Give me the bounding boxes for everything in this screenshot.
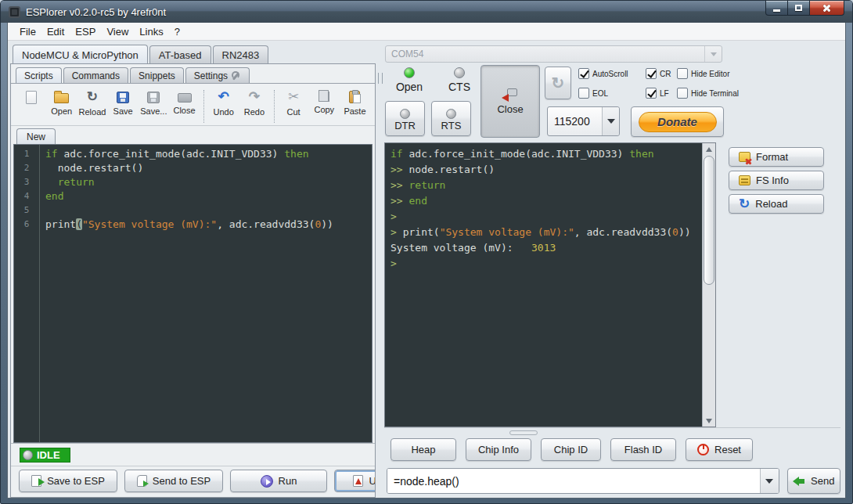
refresh-ports-button[interactable]: ↻ bbox=[545, 67, 571, 99]
chip-info-button[interactable]: Chip Info bbox=[466, 438, 531, 461]
close-tool-button[interactable]: Close bbox=[169, 88, 200, 115]
subtab-settings[interactable]: Settings bbox=[185, 67, 250, 83]
checkbox-cr[interactable]: CR bbox=[646, 68, 671, 79]
subtab-snippets[interactable]: Snippets bbox=[130, 67, 184, 83]
paste-tool-button[interactable]: Paste bbox=[340, 88, 370, 116]
code-area[interactable]: if adc.force_init_mode(adc.INIT_VDD33) t… bbox=[40, 145, 372, 442]
save-as-icon bbox=[147, 92, 160, 103]
tab-rn2483[interactable]: RN2483 bbox=[213, 45, 269, 63]
menu-item-links[interactable]: Links bbox=[134, 24, 168, 39]
chevron-down-icon bbox=[607, 119, 615, 124]
status-badge: IDLE bbox=[20, 448, 70, 463]
editor-toolbar: Open↻ReloadSaveSave...Close↶Undo↷Redo✂Cu… bbox=[11, 84, 375, 126]
menu-item-edit[interactable]: Edit bbox=[41, 24, 70, 39]
reload-tool-button[interactable]: ↻Reload bbox=[77, 88, 107, 117]
rts-label: RTS bbox=[441, 120, 462, 131]
minimize-icon bbox=[773, 9, 780, 12]
close-port-button[interactable]: Close bbox=[480, 65, 540, 138]
terminal-line: > print("System voltage (mV):", adc.read… bbox=[391, 225, 702, 240]
cts-label: CTS bbox=[448, 81, 470, 93]
chevron-down-icon bbox=[711, 52, 717, 56]
menu-item-view[interactable]: View bbox=[101, 24, 134, 39]
subtab-commands[interactable]: Commands bbox=[63, 67, 128, 83]
undo-tool-button[interactable]: ↶Undo bbox=[208, 88, 239, 117]
open-tool-button[interactable]: Open bbox=[46, 88, 77, 116]
title-bar[interactable]: ESPlorer v0.2.0-rc5 by 4refr0nt bbox=[1, 1, 852, 23]
save-to-esp-button[interactable]: Save to ESP bbox=[19, 470, 117, 492]
serial-terminal[interactable]: if adc.force_init_mode(adc.INIT_VDD33) t… bbox=[384, 142, 716, 427]
tool-label: Paste bbox=[344, 106, 365, 116]
rts-button[interactable]: RTS bbox=[431, 101, 471, 136]
button-label: Heap bbox=[411, 444, 435, 455]
send-button[interactable]: Send bbox=[787, 468, 840, 494]
format-button[interactable]: Format bbox=[729, 147, 824, 167]
dtr-button[interactable]: DTR bbox=[385, 101, 425, 136]
paste-icon bbox=[349, 91, 360, 103]
checkbox-hide-editor[interactable]: Hide Editor bbox=[677, 68, 729, 79]
checkbox-label: EOL bbox=[592, 89, 608, 98]
checked-checkbox-icon bbox=[646, 88, 657, 99]
cut-tool-button[interactable]: ✂Cut bbox=[279, 88, 309, 117]
upload-button[interactable]: Upload bbox=[334, 470, 375, 492]
minimize-button[interactable] bbox=[765, 1, 788, 16]
code-line bbox=[45, 203, 372, 218]
checkbox-autoscroll[interactable]: AutoScroll bbox=[578, 68, 628, 79]
menu-item-help[interactable]: ? bbox=[169, 24, 185, 39]
terminal-line: > bbox=[391, 209, 702, 225]
send-to-esp-button[interactable]: Send to ESP bbox=[124, 470, 223, 492]
checked-checkbox-icon bbox=[646, 68, 657, 79]
reload-button[interactable]: ↻Reload bbox=[729, 194, 824, 214]
donate-button[interactable]: Donate bbox=[631, 106, 724, 137]
vertical-splitter[interactable] bbox=[376, 43, 384, 498]
redo-tool-button[interactable]: ↷Redo bbox=[239, 88, 269, 117]
com-port-select[interactable]: COM54 bbox=[385, 45, 722, 63]
run-button[interactable]: Run bbox=[230, 470, 327, 492]
tab-nodemcu-micropython[interactable]: NodeMCU & MicroPython bbox=[13, 45, 148, 63]
checkbox-eol[interactable]: EOL bbox=[578, 88, 608, 99]
baud-dropdown-button[interactable] bbox=[602, 107, 619, 135]
tool-label: Redo bbox=[244, 107, 265, 117]
tab-new-document[interactable]: New bbox=[16, 128, 56, 144]
baud-rate-select[interactable]: 115200 bbox=[547, 106, 620, 136]
com-port-dropdown-button[interactable] bbox=[704, 46, 722, 62]
scroll-down-icon[interactable] bbox=[704, 416, 714, 426]
checkbox-label: CR bbox=[660, 70, 671, 78]
flash-id-button[interactable]: Flash ID bbox=[610, 438, 676, 461]
button-label: Flash ID bbox=[624, 444, 662, 455]
tool-label: Open bbox=[51, 106, 72, 116]
command-input[interactable] bbox=[387, 469, 760, 493]
menu-item-esp[interactable]: ESP bbox=[70, 24, 101, 39]
heap-button[interactable]: Heap bbox=[391, 438, 456, 461]
terminal-pane: COM54 Open CTS Close bbox=[384, 43, 845, 498]
checkbox-lf[interactable]: LF bbox=[646, 88, 669, 99]
copy-tool-button[interactable]: Copy bbox=[309, 88, 340, 114]
terminal-line: if adc.force_init_mode(adc.INIT_VDD33) t… bbox=[391, 146, 702, 162]
baud-rate-value: 115200 bbox=[548, 115, 602, 128]
unchecked-checkbox-icon bbox=[578, 88, 589, 99]
horizontal-splitter[interactable] bbox=[384, 427, 840, 435]
checkbox-label: Hide Editor bbox=[691, 70, 729, 78]
checkbox-hide-terminal[interactable]: Hide Terminal bbox=[677, 88, 739, 99]
chip-id-button[interactable]: Chip ID bbox=[541, 438, 601, 461]
maximize-button[interactable] bbox=[788, 1, 809, 16]
scroll-up-icon[interactable] bbox=[704, 144, 714, 154]
wrench-icon bbox=[231, 71, 241, 81]
reset-button[interactable]: Reset bbox=[686, 438, 753, 461]
save-tool-button[interactable]: Save bbox=[108, 88, 139, 116]
cut-icon: ✂ bbox=[288, 90, 299, 104]
save-tool-button[interactable]: Save... bbox=[139, 88, 169, 116]
close-window-button[interactable] bbox=[809, 1, 844, 16]
tool-label: Close bbox=[173, 106, 195, 115]
code-editor[interactable]: 123456 if adc.force_init_mode(adc.INIT_V… bbox=[13, 144, 373, 443]
new-file-tool-button[interactable] bbox=[16, 88, 46, 104]
terminal-scrollbar[interactable] bbox=[702, 143, 715, 427]
fs-info-button[interactable]: FS Info bbox=[729, 171, 824, 190]
scrollbar-thumb[interactable] bbox=[704, 156, 714, 285]
terminal-line: >> end bbox=[391, 193, 702, 209]
command-history-dropdown-button[interactable] bbox=[760, 469, 779, 493]
nodemcu-panel: ScriptsCommandsSnippetsSettings Open↻Rel… bbox=[10, 63, 376, 498]
menu-item-file[interactable]: File bbox=[14, 24, 41, 39]
reload-blue-icon: ↻ bbox=[739, 198, 750, 210]
subtab-scripts[interactable]: Scripts bbox=[16, 67, 62, 83]
tab-at-based[interactable]: AT-based bbox=[149, 45, 211, 63]
